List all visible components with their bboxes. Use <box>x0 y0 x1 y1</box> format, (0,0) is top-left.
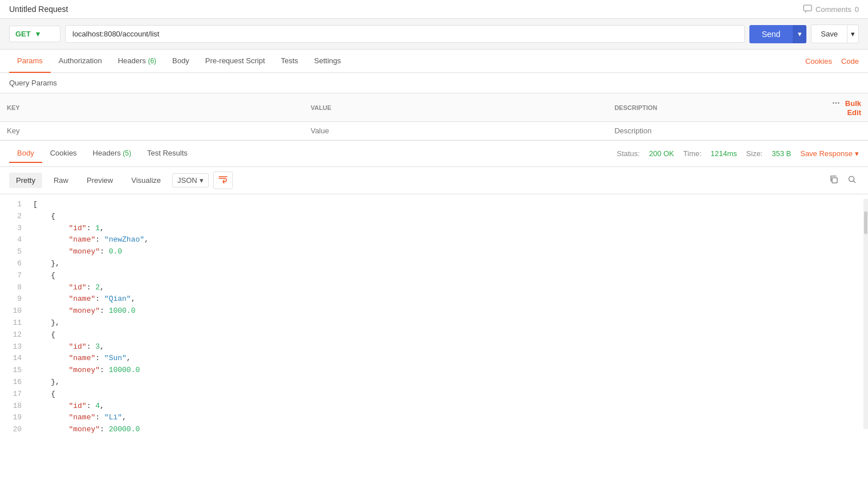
line-number: 3 <box>7 223 22 235</box>
comment-icon <box>803 5 812 14</box>
method-dropdown-icon: ▾ <box>36 30 54 38</box>
scrollbar[interactable] <box>863 199 868 429</box>
resp-tab-test-results[interactable]: Test Results <box>139 144 196 163</box>
format-select[interactable]: JSON ▾ <box>172 173 209 187</box>
fmt-tab-visualize[interactable]: Visualize <box>124 173 168 188</box>
fmt-tab-pretty[interactable]: Pretty <box>9 173 42 188</box>
copy-icon <box>829 175 838 184</box>
line-number: 8 <box>7 282 22 294</box>
response-tabs: Body Cookies Headers (5) Test Results <box>9 144 196 163</box>
status-label: Status: <box>616 149 639 158</box>
save-response-button[interactable]: Save Response ▾ <box>800 149 859 158</box>
cookies-link[interactable]: Cookies <box>805 57 832 66</box>
code-line: [ <box>33 199 859 211</box>
copy-button[interactable] <box>827 173 841 189</box>
svg-rect-1 <box>832 178 837 183</box>
send-dropdown-button[interactable]: ▾ <box>793 25 806 43</box>
code-line: { <box>33 211 859 223</box>
col-value-header: VALUE <box>304 93 608 122</box>
param-key-input[interactable] <box>7 126 297 135</box>
tab-headers[interactable]: Headers (6) <box>110 50 164 73</box>
wrap-button[interactable] <box>213 171 233 189</box>
size-label: Size: <box>746 149 762 158</box>
format-value: JSON <box>177 176 197 185</box>
body-format-bar: Pretty Raw Preview Visualize JSON ▾ <box>0 167 868 194</box>
request-title: Untitled Request <box>9 5 68 14</box>
save-btn-group: Save ▾ <box>811 24 859 43</box>
response-bar: Body Cookies Headers (5) Test Results St… <box>0 141 868 167</box>
status-info: Status: 200 OK Time: 1214ms Size: 353 B … <box>616 149 859 158</box>
param-value-input-cell <box>304 122 608 140</box>
param-value-input[interactable] <box>311 126 601 135</box>
tab-pre-request[interactable]: Pre-request Script <box>197 50 273 73</box>
code-line: "id": 1, <box>33 223 859 235</box>
query-params-section: Query Params KEY VALUE DESCRIPTION ··· B… <box>0 73 868 140</box>
line-number: 5 <box>7 246 22 258</box>
col-actions-header: ··· Bulk Edit <box>825 93 868 122</box>
tab-authorization[interactable]: Authorization <box>51 50 110 73</box>
query-params-label: Query Params <box>0 73 868 93</box>
tab-settings[interactable]: Settings <box>306 50 349 73</box>
line-number: 10 <box>7 305 22 317</box>
code-line: "name": "newZhao", <box>33 234 859 246</box>
time-value: 1214ms <box>711 149 737 158</box>
size-value: 353 B <box>772 149 791 158</box>
line-number: 2 <box>7 211 22 223</box>
resp-tab-body[interactable]: Body <box>9 144 42 163</box>
line-number: 18 <box>7 401 22 413</box>
comments-label: Comments <box>816 5 851 14</box>
col-key-header: KEY <box>0 93 304 122</box>
line-number: 14 <box>7 353 22 365</box>
param-key-input-cell <box>0 122 304 140</box>
save-response-dropdown-icon: ▾ <box>855 149 859 158</box>
send-btn-group: Send ▾ <box>749 25 807 43</box>
scrollbar-thumb[interactable] <box>864 211 867 234</box>
resp-tab-headers[interactable]: Headers (5) <box>85 144 139 163</box>
code-line: "id": 3, <box>33 341 859 353</box>
tab-params[interactable]: Params <box>9 50 51 73</box>
body-actions <box>827 173 859 189</box>
search-button[interactable] <box>845 173 859 189</box>
line-number: 17 <box>7 389 22 401</box>
req-tab-right: Cookies Code <box>805 57 859 66</box>
code-content: [ { "id": 1, "name": "newZhao", "money":… <box>29 199 863 429</box>
comments-count: 0 <box>855 5 859 14</box>
line-number: 11 <box>7 317 22 329</box>
param-desc-input[interactable] <box>614 126 818 135</box>
code-line: "money": 1000.0 <box>33 305 859 317</box>
save-dropdown-button[interactable]: ▾ <box>847 24 859 43</box>
headers-badge: (6) <box>148 57 156 65</box>
code-line: "name": "Sun", <box>33 353 859 365</box>
request-tabs: Params Authorization Headers (6) Body Pr… <box>0 50 868 73</box>
code-line: }, <box>33 377 859 389</box>
code-line: "money": 0.0 <box>33 246 859 258</box>
line-number: 1 <box>7 199 22 211</box>
comments-button[interactable]: Comments 0 <box>803 5 859 14</box>
tab-tests[interactable]: Tests <box>273 50 306 73</box>
more-options-button[interactable]: ··· <box>832 98 839 108</box>
save-button[interactable]: Save <box>811 24 847 43</box>
fmt-tab-raw[interactable]: Raw <box>47 173 75 188</box>
code-line: "money": 10000.0 <box>33 365 859 377</box>
code-link[interactable]: Code <box>841 57 859 66</box>
resp-tab-cookies[interactable]: Cookies <box>42 144 85 163</box>
code-line: }, <box>33 258 859 270</box>
send-button[interactable]: Send <box>749 25 793 43</box>
method-select[interactable]: GET ▾ <box>9 26 60 42</box>
code-line: "id": 2, <box>33 282 859 294</box>
url-input[interactable] <box>65 25 745 43</box>
svg-rect-0 <box>804 5 812 11</box>
code-line: { <box>33 389 859 401</box>
resp-headers-badge: (5) <box>123 149 131 157</box>
tab-body[interactable]: Body <box>164 50 197 73</box>
code-line: { <box>33 270 859 282</box>
bulk-edit-button[interactable]: Bulk Edit <box>845 99 861 117</box>
time-label: Time: <box>683 149 701 158</box>
fmt-tab-preview[interactable]: Preview <box>80 173 120 188</box>
col-desc-header: DESCRIPTION <box>607 93 825 122</box>
code-line: { <box>33 329 859 341</box>
url-bar: GET ▾ Send ▾ Save ▾ <box>0 19 868 50</box>
search-icon <box>847 175 857 184</box>
code-area: 1234567891011121314151617181920 [ { "id"… <box>0 194 868 434</box>
line-number: 19 <box>7 412 22 424</box>
